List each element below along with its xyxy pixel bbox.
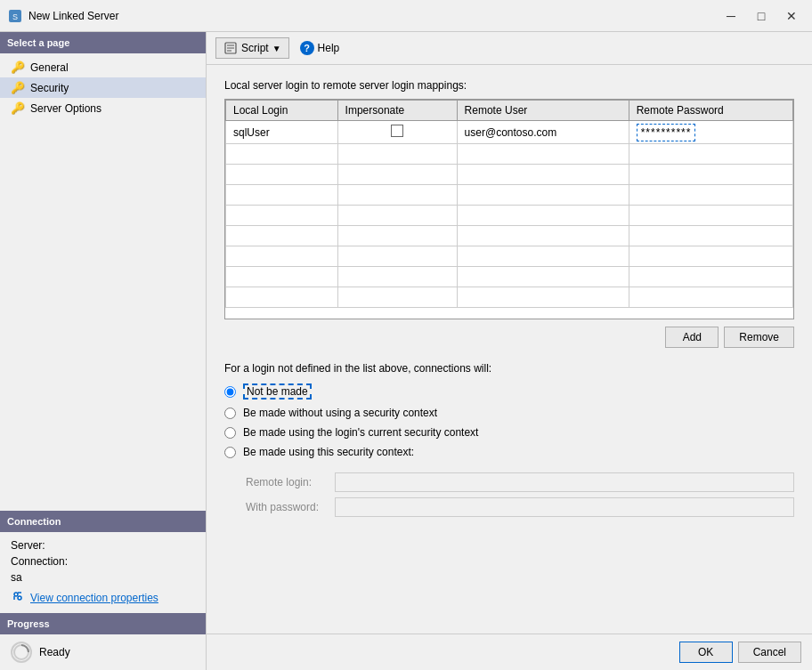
progress-section: Progress Ready <box>0 613 206 670</box>
sidebar-item-security[interactable]: 🔑 Security <box>0 77 206 98</box>
table-row-empty-1 <box>226 144 793 165</box>
with-password-input[interactable] <box>335 497 794 517</box>
table-row-empty-2 <box>226 165 793 185</box>
progress-info: Ready <box>0 634 206 670</box>
radio-not-be-made[interactable]: Not be made <box>224 383 794 400</box>
maximize-button[interactable]: □ <box>748 5 775 27</box>
help-button[interactable]: ? Help <box>293 38 347 58</box>
table-actions: Add Remove <box>224 327 794 348</box>
cancel-button[interactable]: Cancel <box>738 642 801 663</box>
table-row[interactable]: sqlUser user@contoso.com ********** <box>226 121 793 144</box>
remove-button[interactable]: Remove <box>724 327 794 348</box>
table-row-empty-4 <box>226 206 793 226</box>
script-dropdown-icon: ▼ <box>272 44 281 53</box>
login-mappings-table-container: Local Login Impersonate Remote User Remo… <box>224 99 794 319</box>
sidebar-item-general[interactable]: 🔑 General <box>0 57 206 77</box>
close-button[interactable]: ✕ <box>778 5 805 27</box>
table-row-empty-3 <box>226 185 793 206</box>
progress-header: Progress <box>0 613 206 634</box>
app-icon: S <box>7 8 23 24</box>
script-icon <box>223 41 238 55</box>
table-row-empty-8 <box>226 287 793 308</box>
main-layout: Select a page 🔑 General 🔑 Security 🔑 Ser… <box>0 32 812 670</box>
table-row-empty-6 <box>226 246 793 267</box>
radio-this-context[interactable]: Be made using this security context: <box>224 446 794 458</box>
remote-login-input[interactable] <box>335 472 794 492</box>
sidebar-item-label-general: General <box>30 61 69 74</box>
window-title: New Linked Server <box>28 10 718 22</box>
col-local-login: Local Login <box>226 101 338 121</box>
sidebar-item-label-security: Security <box>30 82 69 94</box>
svg-text:S: S <box>12 12 18 21</box>
connection-value: sa <box>11 571 22 584</box>
radio-current-context[interactable]: Be made using the login's current securi… <box>224 426 794 439</box>
window-controls: ─ □ ✕ <box>718 5 805 27</box>
link-icon <box>11 589 25 606</box>
progress-spinner <box>11 642 32 663</box>
server-label: Server: <box>11 539 45 552</box>
security-icon: 🔑 <box>11 81 25 94</box>
title-bar: S New Linked Server ─ □ ✕ <box>0 0 812 32</box>
password-display: ********** <box>637 124 696 141</box>
radio-input-current-context[interactable] <box>224 427 236 439</box>
table-row-empty-7 <box>226 267 793 287</box>
add-button[interactable]: Add <box>665 327 719 348</box>
left-panel: Select a page 🔑 General 🔑 Security 🔑 Ser… <box>0 32 207 670</box>
view-connection-link[interactable]: View connection properties <box>11 589 195 606</box>
minimize-button[interactable]: ─ <box>718 5 744 27</box>
connection-info: Server: Connection: sa <box>0 532 206 613</box>
toolbar: Script ▼ ? Help <box>207 32 812 65</box>
impersonate-checkbox[interactable] <box>391 125 403 137</box>
connection-row: Connection: <box>11 555 195 568</box>
radio-label-this-context: Be made using this security context: <box>243 446 414 458</box>
table-row-empty-5 <box>226 226 793 246</box>
radio-group: Not be made Be made without using a secu… <box>224 383 794 458</box>
bottom-bar: OK Cancel <box>207 634 812 670</box>
server-options-icon: 🔑 <box>11 101 25 115</box>
help-icon: ? <box>300 41 314 55</box>
remote-login-label: Remote login: <box>246 476 335 488</box>
cell-impersonate[interactable] <box>337 121 457 144</box>
radio-input-this-context[interactable] <box>224 447 236 458</box>
select-page-header: Select a page <box>0 32 206 53</box>
radio-input-not-be-made[interactable] <box>224 386 236 398</box>
login-mappings-table: Local Login Impersonate Remote User Remo… <box>225 100 793 308</box>
with-password-row: With password: <box>246 497 794 517</box>
cell-remote-password: ********** <box>629 121 792 144</box>
connections-label: For a login not defined in the list abov… <box>224 362 794 375</box>
connection-label: Connection: <box>11 555 68 568</box>
col-remote-password: Remote Password <box>629 101 792 121</box>
cell-remote-user: user@contoso.com <box>457 121 629 144</box>
sidebar-item-label-server-options: Server Options <box>30 102 102 115</box>
script-label: Script <box>241 42 269 54</box>
content-area: Local server login to remote server logi… <box>207 65 812 634</box>
svg-point-3 <box>18 596 21 600</box>
col-remote-user: Remote User <box>457 101 629 121</box>
ok-button[interactable]: OK <box>679 642 733 663</box>
progress-status: Ready <box>39 646 70 658</box>
svg-point-2 <box>14 593 18 596</box>
with-password-label: With password: <box>246 501 335 513</box>
radio-label-without-security: Be made without using a security context <box>243 407 437 419</box>
radio-label-not-be-made: Not be made <box>243 383 312 400</box>
cell-local-login: sqlUser <box>226 121 338 144</box>
radio-input-without-security[interactable] <box>224 408 236 419</box>
help-label: Help <box>318 42 340 54</box>
script-button[interactable]: Script ▼ <box>215 37 289 59</box>
col-impersonate: Impersonate <box>337 101 457 121</box>
connection-value-row: sa <box>11 571 195 584</box>
remote-login-row: Remote login: <box>246 472 794 492</box>
view-connection-label: View connection properties <box>30 592 158 604</box>
radio-label-current-context: Be made using the login's current securi… <box>243 426 478 439</box>
context-fields: Remote login: With password: <box>224 472 794 517</box>
mappings-label: Local server login to remote server logi… <box>224 79 794 92</box>
sidebar-item-server-options[interactable]: 🔑 Server Options <box>0 98 206 118</box>
server-row: Server: <box>11 539 195 552</box>
connection-section: Connection Server: Connection: sa <box>0 511 206 613</box>
nav-items: 🔑 General 🔑 Security 🔑 Server Options <box>0 53 206 122</box>
right-panel: Script ▼ ? Help Local server login to re… <box>207 32 812 670</box>
general-icon: 🔑 <box>11 61 25 74</box>
connection-header: Connection <box>0 511 206 532</box>
radio-without-security[interactable]: Be made without using a security context <box>224 407 794 419</box>
